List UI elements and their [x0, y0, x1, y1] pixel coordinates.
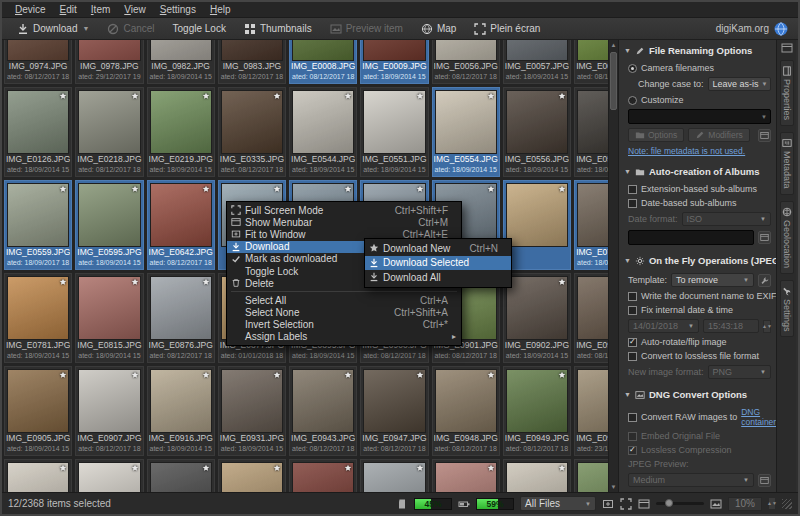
thumbnail-cell[interactable]: IMG_E0948.JPGated: 08/12/2017 18 [432, 366, 500, 456]
rename-pattern-input[interactable]: ▼ [628, 109, 771, 124]
thumbnail-cell[interactable]: IMG_E0544.JPGated: 18/09/2014 15 [289, 87, 357, 177]
menu-item-select-none[interactable]: Select NoneCtrl+Shift+A [227, 307, 461, 319]
thumbnail-cell[interactable]: IMG_E0126.JPGated: 18/09/2014 15 [4, 87, 72, 177]
menu-item-download-all[interactable]: Download All [365, 270, 511, 285]
album-format-edit-icon[interactable] [758, 231, 771, 244]
thumbnail-cell[interactable]: IMG_0982.JPGated: 18/09/2014 15 [147, 40, 215, 84]
tab-properties[interactable]: Properties [780, 60, 794, 126]
thumbnail-cell[interactable] [4, 459, 72, 492]
thumbnail-cell[interactable]: IMG_E0056.JPGated: 08/12/2017 18 [432, 40, 500, 84]
menu-item-select-all[interactable]: Select AllCtrl+A [227, 294, 461, 306]
new-format-select[interactable]: PNG ▼ [708, 365, 771, 379]
zoom-in-icon[interactable] [710, 498, 722, 510]
menu-item-full-screen-mode[interactable]: Full Screen ModeCtrl+Shift+F [227, 204, 461, 216]
date-picker[interactable]: 14/01/2018 ▼ [628, 319, 699, 333]
scroll-up-icon[interactable]: ▲ [609, 40, 618, 50]
dng-settings-icon[interactable] [758, 474, 771, 487]
toolbar-download-button[interactable]: Download▼ [10, 21, 96, 37]
thumbnail-cell[interactable]: IMG_E0219.JPGated: 18/09/2014 15 [147, 87, 215, 177]
thumbnail-cell[interactable]: IMG_E0554.JPGated: 18/09/2014 15 [432, 87, 500, 177]
thumbnail-cell[interactable] [432, 459, 500, 492]
jpeg-preview-select[interactable]: Medium ▼ [628, 473, 754, 487]
thumbnail-cell[interactable]: IMG_0974.JPGated: 08/12/2017 18 [4, 40, 72, 84]
slider-handle[interactable] [665, 499, 673, 507]
fix-date-checkbox[interactable] [628, 306, 637, 315]
zoom-fit-icon[interactable] [602, 498, 614, 510]
thumbnail-cell[interactable]: IMG_E0083.JPGated: 08/12/2017 18 [574, 40, 608, 84]
album-format-input[interactable] [628, 230, 754, 245]
zoom-out-icon[interactable] [638, 498, 650, 510]
toolbar-thumbnails-button[interactable]: Thumbnails [237, 21, 319, 37]
lossless-compression-checkbox[interactable] [628, 446, 637, 455]
thumbnail-cell[interactable]: IMG_E0947.JPGated: 08/12/2017 18 [360, 366, 428, 456]
zoom-level-box[interactable]: 10% [728, 497, 762, 511]
extension-subalbums-checkbox[interactable] [628, 185, 637, 194]
menu-edit[interactable]: Edit [53, 3, 84, 16]
thumbnail-cell[interactable] [574, 459, 608, 492]
time-picker[interactable]: 15:43:18 [703, 319, 759, 333]
thumbnail-cell[interactable]: IMG_E0557.JPGated: 18/09/2014 15 [574, 87, 608, 177]
zoom-spinner[interactable]: ▲▼ [768, 497, 776, 510]
on-the-fly-header[interactable]: ▼ On the Fly Operations (JPEG only) [624, 252, 771, 269]
thumbnail-cell[interactable] [218, 459, 286, 492]
thumbnail-cell[interactable]: IMG_E0876.JPGated: 08/12/2017 18 [147, 273, 215, 363]
embed-original-checkbox[interactable] [628, 432, 637, 441]
exif-name-checkbox[interactable] [628, 292, 637, 301]
template-edit-icon[interactable] [758, 274, 771, 287]
thumbnail-cell[interactable] [147, 459, 215, 492]
zoom-original-icon[interactable] [620, 498, 632, 510]
thumbnail-cell[interactable] [289, 459, 357, 492]
toolbar-toggle-lock-button[interactable]: Toggle Lock [166, 21, 233, 36]
thumbnail-cell[interactable]: IMG_E0335.JPGated: 08/12/2017 18 [218, 87, 286, 177]
thumbnail-cell[interactable]: IMG_E0551.JPGated: 18/09/2014 15 [360, 87, 428, 177]
thumbnail-cell[interactable]: IMG_E0559.JPGated: 18/09/2017 18 [4, 180, 72, 270]
thumbnail-cell[interactable] [503, 459, 571, 492]
thumbnail-cell[interactable]: IMG_0978.JPGated: 29/12/2017 19 [75, 40, 143, 84]
tab-metadata[interactable]: Metadata [780, 132, 794, 195]
menu-item-show-menubar[interactable]: Show MenubarCtrl+M [227, 216, 461, 228]
thumbnail-cell[interactable]: IMG_E0943.JPGated: 08/12/2017 18 [289, 366, 357, 456]
thumbnail-cell[interactable]: IMG_E0815.JPGated: 18/09/2014 15 [75, 273, 143, 363]
toolbar-cancel-button[interactable]: Cancel [100, 21, 161, 37]
thumbnail-cell[interactable]: IMG_E0931.JPGated: 18/09/2014 15 [218, 366, 286, 456]
thumbnail-cell[interactable]: IMG_E0057.JPGated: 18/09/2014 15 [503, 40, 571, 84]
menu-item[interactable]: Item [84, 3, 117, 16]
thumbnail-cell[interactable]: IMG_E0769.JPGated: 18/09/2014 15 [574, 180, 608, 270]
menu-item-download-selected[interactable]: Download Selected [365, 256, 511, 271]
window-resize-grip[interactable] [782, 499, 792, 509]
menu-settings[interactable]: Settings [153, 3, 203, 16]
thumbnail-cell[interactable]: IMG_0983.JPGated: 08/12/2017 18 [218, 40, 286, 84]
menu-help[interactable]: Help [203, 3, 238, 16]
metadata-note-link[interactable]: Note: file metadata is not used. [628, 146, 745, 156]
menu-device[interactable]: Device [8, 3, 53, 16]
date-subalbums-checkbox[interactable] [628, 199, 637, 208]
panel-toggle-icon[interactable] [781, 42, 793, 54]
thumbnail-cell[interactable] [360, 459, 428, 492]
rename-history-icon[interactable] [758, 129, 771, 142]
thumbnail-cell[interactable]: IMG_E0556.JPGated: 18/09/2014 15 [503, 87, 571, 177]
menu-item-assign-labels[interactable]: Assign Labels▸ [227, 331, 461, 343]
tab-settings[interactable]: Settings [780, 280, 794, 338]
thumbnail-cell[interactable] [503, 180, 571, 270]
thumbnail-cell[interactable]: IMG_E0905.JPGated: 18/09/2014 15 [4, 366, 72, 456]
menu-view[interactable]: View [117, 3, 153, 16]
thumbnail-cell[interactable]: IMG_E0903.JPGated: 08/12/2017 18 [574, 273, 608, 363]
toolbar-preview-item-button[interactable]: Preview item [323, 21, 410, 37]
thumbnail-cell[interactable]: IMG_E0949.JPGated: 08/12/2017 18 [503, 366, 571, 456]
thumbnail-cell[interactable]: IMG_E0957.JPGated: 23/10/2016 17 [574, 366, 608, 456]
thumbnail-cell[interactable]: IMG_E0907.JPGated: 08/12/2017 18 [75, 366, 143, 456]
scroll-down-icon[interactable]: ▼ [609, 482, 618, 492]
options-button[interactable]: Options [628, 128, 684, 142]
thumbnail-cell[interactable]: IMG_E0642.JPGated: 08/12/2017 18 [147, 180, 215, 270]
menu-item-invert-selection[interactable]: Invert SelectionCtrl+* [227, 319, 461, 331]
toolbar-plein-cran-button[interactable]: Plein écran [467, 21, 547, 37]
scrollbar-handle[interactable] [610, 52, 617, 110]
convert-raw-checkbox[interactable] [628, 413, 637, 422]
file-filter-select[interactable]: All Files ▼ [520, 496, 596, 511]
thumbnail-size-slider[interactable] [656, 502, 704, 505]
template-select[interactable]: To remove ▼ [671, 273, 754, 287]
grid-vertical-scrollbar[interactable]: ▲ ▼ [608, 40, 618, 492]
change-case-select[interactable]: Leave as-is ▼ [708, 77, 771, 91]
time-spinner[interactable]: ▲▼ [763, 320, 771, 333]
tab-geolocation[interactable]: Geolocation [780, 201, 794, 274]
